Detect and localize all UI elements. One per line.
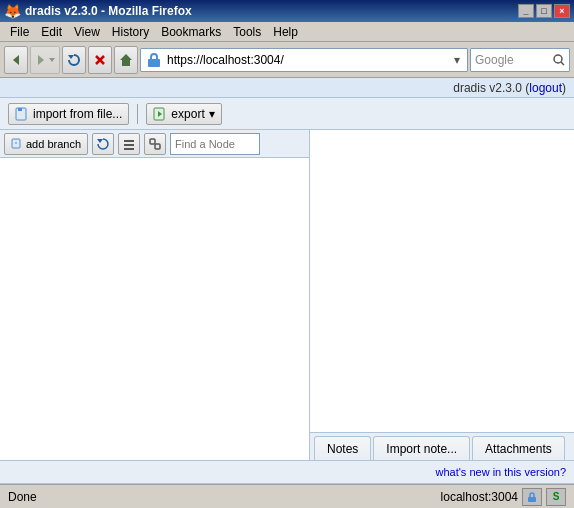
forward-icon — [34, 53, 48, 67]
forward-button[interactable] — [30, 46, 60, 74]
window-controls: _ □ × — [518, 4, 570, 18]
collapse-button[interactable] — [118, 133, 140, 155]
stop-button[interactable] — [88, 46, 112, 74]
add-branch-icon — [11, 138, 23, 150]
svg-rect-7 — [148, 59, 160, 67]
search-icon — [553, 54, 565, 66]
refresh-icon — [97, 138, 109, 150]
url-dropdown-arrow[interactable]: ▾ — [451, 53, 463, 67]
status-host: localhost:3004 — [441, 490, 518, 504]
add-branch-label: add branch — [26, 138, 81, 150]
tab-import-note-label: Import note... — [386, 442, 457, 456]
minimize-button[interactable]: _ — [518, 4, 534, 18]
import-button[interactable]: import from file... — [8, 103, 129, 125]
toolbar-separator — [137, 104, 138, 124]
right-panel: Notes Import note... Attachments — [310, 130, 574, 460]
svg-rect-17 — [124, 140, 134, 142]
collapse-icon — [123, 138, 135, 150]
back-icon — [9, 53, 23, 67]
status-s-icon: S — [546, 488, 566, 506]
forward-dropdown-icon — [48, 53, 56, 67]
svg-line-9 — [561, 62, 564, 65]
maximize-button[interactable]: □ — [536, 4, 552, 18]
home-button[interactable] — [114, 46, 138, 74]
url-text: https://localhost:3004/ — [167, 53, 451, 67]
search-button[interactable] — [549, 49, 569, 71]
svg-rect-22 — [528, 497, 536, 502]
window-title: dradis v2.3.0 - Mozilla Firefox — [25, 4, 192, 18]
svg-marker-2 — [49, 58, 55, 62]
svg-marker-16 — [97, 139, 103, 143]
menu-history[interactable]: History — [106, 23, 155, 41]
tab-notes[interactable]: Notes — [314, 436, 371, 460]
title-bar: 🦊 dradis v2.3.0 - Mozilla Firefox _ □ × — [0, 0, 574, 22]
note-content — [310, 130, 574, 432]
left-toolbar: add branch — [0, 130, 309, 158]
export-label: export — [171, 107, 204, 121]
expand-icon — [149, 138, 161, 150]
menu-help[interactable]: Help — [267, 23, 304, 41]
svg-rect-18 — [124, 144, 134, 146]
status-bar: Done localhost:3004 S — [0, 484, 574, 508]
reload-icon — [67, 53, 81, 67]
tab-attachments[interactable]: Attachments — [472, 436, 565, 460]
url-security-icon — [145, 51, 163, 69]
close-button[interactable]: × — [554, 4, 570, 18]
search-input[interactable]: Google — [470, 48, 570, 72]
svg-rect-20 — [150, 139, 155, 144]
lock-icon — [525, 490, 539, 504]
find-node-input[interactable] — [170, 133, 260, 155]
import-icon — [15, 107, 29, 121]
expand-button[interactable] — [144, 133, 166, 155]
tab-attachments-label: Attachments — [485, 442, 552, 456]
svg-point-8 — [554, 55, 562, 63]
menu-file[interactable]: File — [4, 23, 35, 41]
node-tree — [0, 158, 309, 460]
status-security-icon — [522, 488, 542, 506]
app-header: dradis v2.3.0 ( logout ) — [0, 78, 574, 98]
whats-new-link[interactable]: what's new in this version? — [436, 466, 567, 478]
menu-tools[interactable]: Tools — [227, 23, 267, 41]
svg-marker-6 — [120, 54, 132, 66]
url-bar[interactable]: https://localhost:3004/ ▾ — [140, 48, 468, 72]
logout-link[interactable]: logout — [529, 81, 562, 95]
status-text: Done — [8, 490, 37, 504]
import-label: import from file... — [33, 107, 122, 121]
left-panel: add branch — [0, 130, 310, 460]
svg-rect-19 — [124, 148, 134, 150]
bottom-info-bar: what's new in this version? — [0, 460, 574, 484]
app-toolbar: import from file... export ▾ — [0, 98, 574, 130]
export-icon — [153, 107, 167, 121]
firefox-logo-icon: 🦊 — [4, 3, 21, 19]
tabs-bar: Notes Import note... Attachments — [310, 432, 574, 460]
menu-bookmarks[interactable]: Bookmarks — [155, 23, 227, 41]
add-branch-button[interactable]: add branch — [4, 133, 88, 155]
back-button[interactable] — [4, 46, 28, 74]
app-brand: dradis v2.3.0 — [453, 81, 522, 95]
tab-notes-label: Notes — [327, 442, 358, 456]
svg-rect-11 — [18, 108, 22, 111]
status-right: localhost:3004 S — [441, 488, 566, 506]
svg-marker-0 — [13, 55, 19, 65]
export-button[interactable]: export ▾ — [146, 103, 221, 125]
main-content: add branch — [0, 130, 574, 460]
refresh-tree-button[interactable] — [92, 133, 114, 155]
home-icon — [119, 53, 133, 67]
nav-bar: https://localhost:3004/ ▾ Google — [0, 42, 574, 78]
search-container: Google — [470, 48, 570, 72]
svg-marker-3 — [68, 55, 74, 59]
tab-import-note[interactable]: Import note... — [373, 436, 470, 460]
stop-icon — [93, 53, 107, 67]
reload-button[interactable] — [62, 46, 86, 74]
svg-rect-21 — [155, 144, 160, 149]
menu-bar: File Edit View History Bookmarks Tools H… — [0, 22, 574, 42]
menu-view[interactable]: View — [68, 23, 106, 41]
menu-edit[interactable]: Edit — [35, 23, 68, 41]
svg-marker-1 — [38, 55, 44, 65]
export-arrow-icon: ▾ — [209, 107, 215, 121]
